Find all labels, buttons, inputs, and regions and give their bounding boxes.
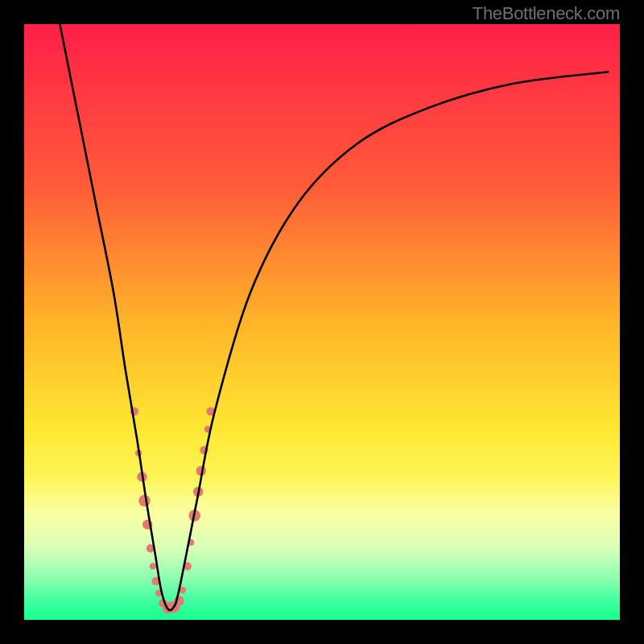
highlight-dots bbox=[130, 407, 215, 614]
marker-dot bbox=[150, 563, 156, 569]
curve-layer bbox=[24, 24, 620, 620]
watermark-text: TheBottleneck.com bbox=[473, 3, 620, 24]
plot-area bbox=[24, 24, 620, 620]
bottleneck-curve bbox=[60, 24, 608, 610]
chart-frame: TheBottleneck.com bbox=[0, 0, 644, 644]
marker-dot bbox=[138, 495, 151, 507]
